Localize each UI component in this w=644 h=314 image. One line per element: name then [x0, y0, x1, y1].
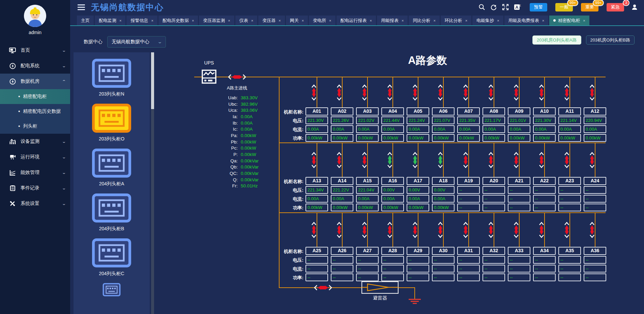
drop-line	[508, 213, 530, 247]
sidebar-subitem-列头柜[interactable]: •列头柜	[0, 119, 70, 134]
cabinet-name-cell: A14	[331, 177, 353, 185]
tab-close-icon[interactable]: ×	[370, 19, 372, 23]
tab-close-icon[interactable]: ×	[542, 19, 544, 23]
tab-配电运行报表[interactable]: 配电运行报表×	[336, 16, 376, 25]
tab-电能集抄[interactable]: 电能集抄×	[472, 16, 503, 25]
tab-精密配电柜[interactable]: 精密配电柜×	[549, 16, 589, 25]
current-cell: --	[305, 265, 328, 272]
tab-close-icon[interactable]: ×	[228, 19, 230, 23]
route-button-203机房O列头柜B路[interactable]: 203机房O列头柜B路	[586, 35, 635, 45]
tab-close-icon[interactable]: ×	[279, 19, 281, 23]
tab-close-icon[interactable]: ×	[151, 19, 153, 23]
sidebar-subitem-精密配电历史数据[interactable]: •精密配电历史数据	[0, 104, 70, 119]
tab-用能报表[interactable]: 用能报表×	[377, 16, 408, 25]
voltage-cell: --	[558, 256, 581, 264]
cabinet-column-A05: A05221.24V0.00A0.00kW	[407, 77, 429, 143]
tab-配电监测[interactable]: 配电监测×	[95, 16, 125, 25]
param-value: 0.00kW	[241, 146, 256, 151]
tab-网关[interactable]: 网关×	[286, 16, 308, 25]
tab-close-icon[interactable]: ×	[583, 19, 585, 23]
tab-仪表[interactable]: 仪表×	[235, 16, 257, 25]
sidebar-item-label: 设备监测	[21, 138, 39, 145]
cabinet-list-scrollbar[interactable]	[151, 52, 154, 314]
cabinet-name-cell: A13	[305, 177, 328, 185]
tab-变压器监测[interactable]: 变压器监测×	[199, 16, 234, 25]
alarm-button-重要[interactable]: 重要99+	[581, 3, 598, 11]
alarm-button-一般[interactable]: 一般99+	[555, 3, 573, 11]
search-icon[interactable]	[478, 4, 485, 10]
tab-close-icon[interactable]: ×	[251, 19, 253, 23]
tab-close-icon[interactable]: ×	[497, 19, 499, 23]
tab-close-icon[interactable]: ×	[329, 19, 331, 23]
cabinet-name-cell: A09	[508, 107, 530, 115]
circuit-diagram: A路参数 UPS A路	[154, 45, 644, 314]
tab-label: 同比分析	[413, 18, 430, 24]
cabinet-list-item-204列头柜A[interactable]: 204列头柜A	[74, 142, 150, 187]
route-button-203机房O列头柜A路[interactable]: 203机房O列头柜A路	[532, 35, 581, 45]
current-cell: 0.00A	[432, 125, 455, 133]
cabinet-icon-selected	[74, 103, 150, 133]
tab-配电历史数据[interactable]: 配电历史数据×	[158, 16, 198, 25]
cabinet-list-item-203列头柜O[interactable]: 203列头柜O	[74, 97, 150, 142]
fullscreen-icon[interactable]	[502, 4, 509, 10]
translate-icon[interactable]: A文	[514, 4, 521, 10]
voltage-cell: --	[381, 256, 404, 264]
sidebar-item-配电系统[interactable]: 配电系统⌄	[0, 58, 70, 74]
param-label: Pb:	[198, 139, 238, 145]
param-value: 0.00kW	[241, 133, 256, 138]
cabinet-name-cell: A08	[482, 107, 505, 115]
cabinet-name-cell: A27	[356, 247, 379, 255]
alarm-button-预警[interactable]: 预警	[530, 3, 547, 11]
cabinet-column-A21: A21------	[508, 143, 530, 212]
chevron-down-icon: ⌄	[62, 139, 66, 144]
tab-报警信息[interactable]: 报警信息×	[126, 16, 157, 25]
cabinet-list-item[interactable]	[74, 277, 150, 296]
tab-close-icon[interactable]: ×	[433, 19, 435, 23]
sidebar-subitem-精密配电柜[interactable]: •精密配电柜	[0, 89, 70, 104]
avatar[interactable]	[24, 5, 46, 27]
tab-同比分析[interactable]: 同比分析×	[409, 16, 439, 25]
environment-icon	[9, 154, 16, 160]
tab-变压器[interactable]: 变压器×	[258, 16, 285, 25]
sidebar-item-设备监测[interactable]: 设备监测⌄	[0, 134, 70, 149]
drop-line	[584, 213, 606, 247]
scrollbar-thumb[interactable]	[151, 52, 154, 109]
hamburger-menu-icon[interactable]	[78, 3, 85, 11]
diagram-title: A路参数	[387, 53, 468, 68]
tab-用能及电费报表[interactable]: 用能及电费报表×	[504, 16, 548, 25]
sidebar-item-事件记录[interactable]: 事件记录⌄	[0, 180, 70, 196]
sidebar-item-数据机房[interactable]: 数据机房⌃	[0, 74, 70, 89]
tab-环比分析[interactable]: 环比分析×	[441, 16, 471, 25]
cabinet-list-item-203列头柜N[interactable]: 203列头柜N	[74, 52, 150, 97]
refresh-icon[interactable]	[490, 4, 497, 10]
sidebar-item-系统设置[interactable]: 系统设置⌄	[0, 196, 70, 211]
voltage-cell: 221.44V	[381, 116, 404, 124]
tab-close-icon[interactable]: ×	[192, 19, 194, 23]
power-cell: 0.00kW	[356, 204, 379, 211]
events-icon	[9, 185, 16, 191]
cabinet-list-item-204列头柜C[interactable]: 204列头柜C	[74, 232, 150, 277]
tab-变电所[interactable]: 变电所×	[309, 16, 335, 25]
user-icon[interactable]	[631, 4, 638, 10]
sidebar-item-运行环境[interactable]: 运行环境⌄	[0, 149, 70, 165]
sidebar-item-首页[interactable]: 首页⌄	[0, 43, 70, 58]
voltage-cell: 221.30V	[533, 116, 556, 124]
alarm-button-紧急[interactable]: 紧急3	[607, 3, 624, 11]
current-cell: --	[457, 195, 480, 203]
param-value: 0.00kVar	[241, 171, 259, 176]
sidebar-item-能效管理[interactable]: 能效管理⌄	[0, 165, 70, 180]
drop-line	[407, 143, 429, 177]
cabinet-column-A11: A11221.14V0.00A0.00kW	[558, 77, 581, 143]
tab-主页[interactable]: 主页	[77, 16, 94, 25]
current-cell: 0.00A	[584, 125, 606, 133]
tab-close-icon[interactable]: ×	[119, 19, 121, 23]
tab-close-icon[interactable]: ×	[465, 19, 467, 23]
param-row-Qa: Qa:0.00kVar	[198, 158, 259, 164]
drop-line	[533, 213, 556, 247]
param-label: Q:	[198, 177, 238, 182]
voltage-cell: 221.02V	[356, 116, 379, 124]
tab-close-icon[interactable]: ×	[402, 19, 404, 23]
tab-close-icon[interactable]: ×	[302, 19, 304, 23]
cabinet-list-item-204列头柜B[interactable]: 204列头柜B	[74, 187, 150, 232]
cabinet-name-cell: A22	[533, 177, 556, 185]
